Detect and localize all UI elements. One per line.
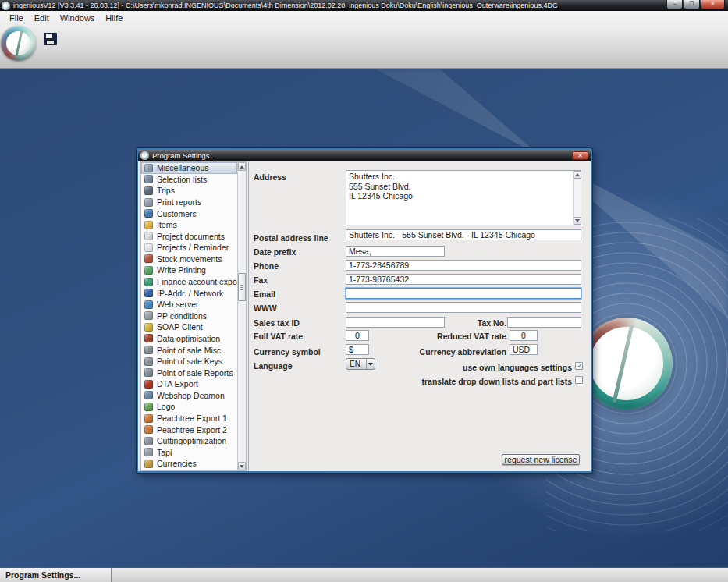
maximize-button[interactable]: ❐ — [684, 0, 700, 9]
sidebar-item-items[interactable]: Items — [141, 219, 237, 231]
sales-tax-id-input[interactable] — [346, 317, 445, 328]
sidebar-item-web-server[interactable]: Web server — [141, 299, 237, 311]
minimize-button[interactable]: – — [666, 0, 683, 9]
sidebar-item-project-documents[interactable]: Project documents — [141, 230, 237, 242]
textarea-scroll-up-icon[interactable] — [574, 171, 581, 179]
currency-abbreviation-input[interactable] — [510, 344, 538, 355]
active-task-item[interactable]: Program Settings... — [0, 568, 112, 582]
sidebar-item-point-of-sale-reports[interactable]: Point of sale Reports — [141, 367, 237, 378]
dialog-titlebar[interactable]: Program Settings... ✕ — [138, 150, 591, 161]
toolbar — [0, 25, 728, 69]
use-own-languages-checkbox[interactable] — [575, 362, 583, 370]
app-logo-icon — [2, 2, 10, 10]
pos-keys-icon — [144, 357, 153, 366]
menu-edit[interactable]: Edit — [29, 12, 55, 24]
settings-category-list-items: Miscellaneous Selection lists Trips Prin… — [141, 162, 237, 470]
phone-label: Phone — [254, 261, 279, 271]
translate-lists-label: translate drop down lists and part lists — [421, 377, 572, 386]
peachtree-export-icon — [144, 425, 153, 434]
window-controls: – ❐ ✕ — [666, 0, 725, 9]
sidebar-item-peachtree-export-1[interactable]: Peachtree Export 1 — [141, 413, 237, 424]
save-floppy-icon[interactable] — [44, 33, 57, 45]
date-prefix-label: Date prefix — [254, 247, 296, 257]
finance-export-icon — [144, 278, 153, 286]
network-icon — [144, 289, 153, 297]
sidebar-item-logo[interactable]: Logo — [141, 401, 237, 413]
application-window: ingeniousV12 [V3.3.41 - 26.03.12] - C:\U… — [0, 0, 728, 582]
customers-icon — [144, 209, 153, 218]
request-new-license-button[interactable]: request new license — [502, 454, 580, 465]
address-textarea[interactable]: Shutters Inc. 555 Sunset Blvd. IL 12345 … — [346, 170, 581, 225]
sidebar-item-dta-export[interactable]: DTA Export — [141, 378, 237, 390]
close-button[interactable]: ✕ — [701, 0, 725, 9]
currency-symbol-label: Currency symbol — [254, 347, 321, 357]
menu-file[interactable]: File — [4, 12, 29, 24]
trips-icon — [144, 186, 153, 195]
scrollbar-thumb[interactable] — [238, 273, 246, 301]
language-label: Language — [254, 361, 293, 371]
web-server-globe-icon — [144, 300, 153, 309]
email-input[interactable] — [346, 288, 581, 299]
www-label: WWW — [254, 303, 277, 313]
sidebar-item-customers[interactable]: Customers — [141, 208, 237, 219]
write-printing-icon — [144, 266, 153, 275]
projects-reminder-icon — [144, 243, 153, 252]
sidebar-item-data-optimisation[interactable]: Data optimisation — [141, 333, 237, 345]
list-scrollbar[interactable] — [237, 162, 246, 470]
sidebar-item-cuttingoptimization[interactable]: Cuttingoptimization — [141, 435, 237, 447]
tax-no-input[interactable] — [507, 317, 581, 328]
sidebar-item-print-reports[interactable]: Print reports — [141, 197, 237, 208]
sidebar-item-ip-addr-network[interactable]: IP-Addr. / Network — [141, 287, 237, 299]
reduced-vat-rate-input[interactable] — [510, 330, 538, 341]
phone-input[interactable] — [346, 260, 581, 271]
sidebar-item-projects-reminder[interactable]: Projects / Reminder — [141, 242, 237, 254]
sidebar-item-point-of-sale-keys[interactable]: Point of sale Keys — [141, 356, 237, 367]
postal-address-input[interactable] — [346, 229, 581, 240]
currency-abbreviation-label: Currency abbreviation — [420, 347, 506, 357]
logo-image-icon — [144, 403, 153, 411]
www-input[interactable] — [346, 302, 581, 313]
data-optimisation-icon — [144, 334, 153, 342]
reduced-vat-rate-label: Reduced VAT rate — [437, 332, 506, 341]
sidebar-item-clipped[interactable] — [141, 470, 237, 470]
full-vat-rate-input[interactable] — [346, 330, 369, 341]
fax-input[interactable] — [346, 274, 581, 285]
postal-address-label: Postal address line — [254, 233, 328, 243]
pos-reports-icon — [144, 368, 153, 377]
sidebar-item-trips[interactable]: Trips — [141, 185, 237, 197]
sidebar-item-finance-account-export[interactable]: Finance account export — [141, 276, 237, 288]
webshop-deamon-icon — [144, 391, 153, 399]
currency-symbol-input[interactable] — [346, 344, 369, 355]
peachtree-export-icon — [144, 414, 153, 423]
scroll-down-icon[interactable] — [238, 462, 246, 470]
sidebar-item-webshop-deamon[interactable]: Webshop Deamon — [141, 390, 237, 402]
sidebar-item-soap-client[interactable]: SOAP Client — [141, 321, 237, 333]
menu-windows[interactable]: Windows — [55, 12, 101, 24]
sidebar-item-currencies[interactable]: Currencies — [141, 458, 237, 470]
selection-lists-icon — [144, 175, 153, 183]
translate-lists-checkbox[interactable] — [575, 376, 583, 384]
sidebar-item-selection-lists[interactable]: Selection lists — [141, 174, 237, 186]
scroll-up-icon[interactable] — [238, 162, 246, 171]
sidebar-item-pp-conditions[interactable]: PP conditions — [141, 311, 237, 322]
textarea-scroll-down-icon[interactable] — [574, 217, 581, 225]
sidebar-item-miscellaneous[interactable]: Miscellaneous — [141, 162, 237, 174]
stock-movements-icon — [144, 254, 153, 263]
ingenious-sphere-logo-icon — [1, 26, 36, 61]
dialog-logo-icon — [140, 151, 149, 160]
sidebar-item-peachtree-export-2[interactable]: Peachtree Export 2 — [141, 424, 237, 435]
email-label: Email — [254, 289, 275, 299]
window-titlebar: ingeniousV12 [V3.3.41 - 26.03.12] - C:\U… — [0, 0, 728, 11]
sidebar-item-stock-movements[interactable]: Stock movements — [141, 254, 237, 265]
sidebar-item-tapi[interactable]: Tapi — [141, 446, 237, 458]
date-prefix-input[interactable] — [346, 246, 445, 257]
menu-bar: File Edit Windows Hilfe — [0, 11, 728, 25]
menu-hilfe[interactable]: Hilfe — [100, 12, 128, 24]
cutting-optimization-icon — [144, 437, 153, 445]
dialog-close-icon[interactable]: ✕ — [572, 151, 588, 160]
sidebar-item-point-of-sale-misc[interactable]: Point of sale Misc. — [141, 344, 237, 356]
textarea-scrollbar[interactable] — [573, 171, 581, 225]
sidebar-item-write-printing[interactable]: Write Printing — [141, 264, 237, 276]
language-dropdown[interactable]: EN — [346, 358, 375, 370]
settings-category-list: Miscellaneous Selection lists Trips Prin… — [140, 161, 247, 471]
